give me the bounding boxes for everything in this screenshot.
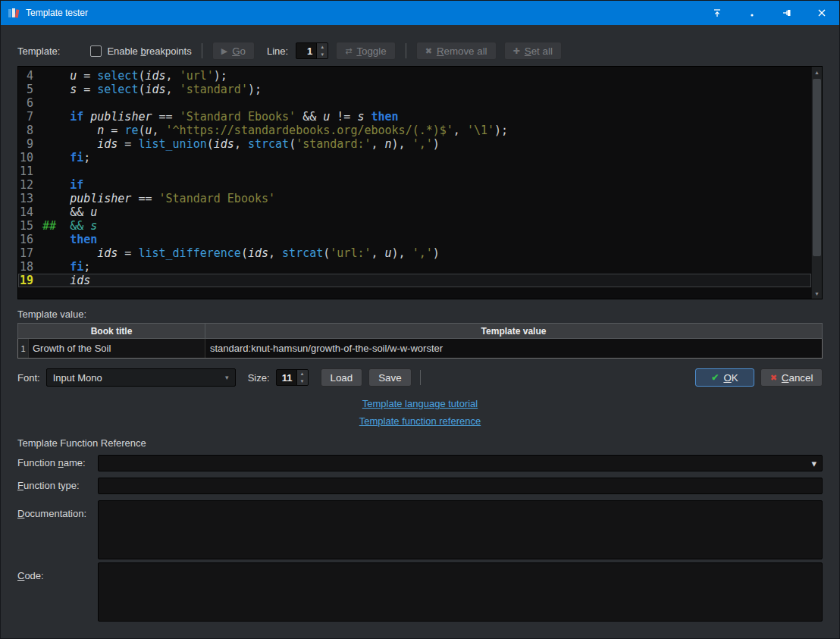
column-header-book-title[interactable]: Book title: [18, 324, 205, 338]
code-line[interactable]: 8 n = re(u, '^https://standardebooks.org…: [18, 124, 811, 137]
line-number[interactable]: 17: [18, 246, 42, 260]
template-value-cell[interactable]: standard:knut-hamsun/growth-of-the-soil/…: [205, 339, 822, 358]
code-line[interactable]: 14 && u: [18, 205, 811, 219]
toggle-button[interactable]: ⇄ Toggle: [336, 42, 396, 60]
function-name-combobox[interactable]: ▾: [98, 455, 823, 471]
code-line[interactable]: 16 then: [18, 233, 811, 246]
minimize-button[interactable]: [735, 1, 769, 25]
cancel-button[interactable]: ✖ Cancel: [760, 368, 823, 387]
line-number[interactable]: 14: [18, 205, 42, 219]
code-line[interactable]: 4 u = select(ids, 'url');: [18, 69, 811, 83]
template-tester-window: Template tester Template: [0, 0, 840, 639]
scrollbar-track[interactable]: [812, 77, 822, 288]
size-spinner[interactable]: 11 ▲ ▼: [276, 369, 309, 386]
code-line[interactable]: 11: [18, 164, 811, 178]
load-button-label: Load: [331, 372, 353, 384]
table-row[interactable]: 1 Growth of the Soil standard:knut-hamsu…: [17, 339, 823, 359]
code-line[interactable]: 10 fi;: [18, 151, 811, 164]
check-icon: ✔: [711, 372, 719, 383]
code-line[interactable]: 19 ids: [18, 274, 811, 287]
template-value-table: Book title Template value 1 Growth of th…: [17, 323, 823, 359]
play-icon: ▶: [221, 46, 227, 56]
scrollbar-thumb[interactable]: [813, 79, 821, 256]
code-line[interactable]: 17 ids = list_difference(ids, strcat('ur…: [18, 246, 811, 260]
x-icon: ✖: [770, 373, 777, 383]
toolbar-separator: [406, 43, 406, 58]
line-number[interactable]: 16: [18, 233, 42, 246]
code-line[interactable]: 15## && s: [18, 219, 811, 233]
function-type-label: Function type:: [17, 478, 98, 494]
code-text: && u: [42, 205, 97, 219]
scroll-up-icon[interactable]: ▲: [812, 67, 822, 77]
close-button[interactable]: [804, 1, 839, 25]
function-type-row: Function type:: [17, 478, 823, 494]
code-text: n = re(u, '^https://standardebooks.org/e…: [42, 124, 508, 137]
save-button[interactable]: Save: [368, 368, 411, 387]
line-number[interactable]: 13: [18, 192, 42, 205]
line-number[interactable]: 10: [18, 151, 42, 164]
shade-window-button[interactable]: [700, 1, 735, 25]
code-lines[interactable]: 4 u = select(ids, 'url');5 s = select(id…: [18, 67, 811, 299]
code-text: if: [42, 178, 83, 192]
line-number[interactable]: 9: [18, 137, 42, 151]
code-row: Code:: [17, 562, 823, 622]
cancel-button-label: Cancel: [782, 372, 813, 384]
enable-breakpoints-label: Enable breakpoints: [107, 45, 191, 57]
code-line[interactable]: 7 if publisher == 'Standard Ebooks' && u…: [18, 110, 811, 124]
line-number[interactable]: 7: [18, 110, 42, 124]
window-title: Template tester: [26, 8, 88, 18]
code-text: if publisher == 'Standard Ebooks' && u !…: [42, 110, 399, 124]
spin-down-icon[interactable]: ▼: [297, 377, 308, 385]
line-number[interactable]: 5: [18, 83, 42, 96]
code-textarea[interactable]: [98, 562, 823, 622]
line-number[interactable]: 8: [18, 124, 42, 137]
line-number[interactable]: 11: [18, 164, 42, 178]
ok-button[interactable]: ✔ OK: [695, 368, 754, 387]
titlebar: Template tester: [1, 1, 839, 25]
remove-all-button[interactable]: ✖ Remove all: [416, 42, 497, 60]
template-language-tutorial-link[interactable]: Template language tutorial: [362, 398, 478, 409]
set-all-button[interactable]: ✚ Set all: [504, 42, 562, 60]
spin-down-icon[interactable]: ▼: [317, 51, 328, 58]
line-number[interactable]: 18: [18, 260, 42, 274]
code-label: Code:: [17, 562, 98, 622]
code-line[interactable]: 12 if: [18, 178, 811, 192]
font-combobox[interactable]: Input Mono ▾: [46, 368, 236, 387]
code-line[interactable]: 18 fi;: [18, 260, 811, 274]
line-number[interactable]: 12: [18, 178, 42, 192]
spin-up-icon[interactable]: ▲: [297, 370, 308, 377]
pin-window-button[interactable]: [769, 1, 804, 25]
template-editor[interactable]: 4 u = select(ids, 'url');5 s = select(id…: [17, 66, 823, 299]
enable-breakpoints-checkbox[interactable]: Enable breakpoints: [90, 45, 191, 57]
load-button[interactable]: Load: [321, 368, 363, 387]
function-type-field[interactable]: [98, 478, 823, 494]
code-line[interactable]: 5 s = select(ids, 'standard');: [18, 83, 811, 96]
spin-up-icon[interactable]: ▲: [317, 43, 328, 51]
code-line[interactable]: 6: [18, 96, 811, 110]
code-line[interactable]: 9 ids = list_union(ids, strcat('standard…: [18, 137, 811, 151]
spinner-arrows[interactable]: ▲ ▼: [296, 370, 308, 385]
line-number[interactable]: 6: [18, 96, 42, 110]
window-buttons: [700, 1, 839, 25]
checkbox-box[interactable]: [90, 45, 102, 57]
line-number[interactable]: 19: [18, 274, 42, 287]
line-spinner[interactable]: 1 ▲ ▼: [296, 42, 328, 59]
book-title-cell[interactable]: Growth of the Soil: [29, 339, 205, 358]
line-number[interactable]: 15: [18, 219, 42, 233]
remove-all-icon: ✖: [425, 46, 432, 56]
code-text: u = select(ids, 'url');: [42, 69, 227, 83]
scroll-down-icon[interactable]: ▼: [812, 288, 822, 299]
code-text: ids: [42, 274, 90, 287]
toggle-icon: ⇄: [345, 46, 352, 56]
spinner-arrows[interactable]: ▲ ▼: [316, 43, 328, 58]
template-function-reference-link[interactable]: Template function reference: [359, 415, 481, 427]
documentation-textarea[interactable]: [98, 500, 823, 559]
editor-scrollbar[interactable]: ▲ ▼: [811, 67, 822, 299]
template-value-label: Template value:: [17, 309, 823, 320]
go-button[interactable]: ▶ Go: [212, 42, 255, 60]
function-name-row: Function name: ▾: [17, 455, 823, 471]
line-number[interactable]: 4: [18, 69, 42, 83]
save-button-label: Save: [378, 372, 401, 384]
column-header-template-value[interactable]: Template value: [205, 324, 822, 338]
code-line[interactable]: 13 publisher == 'Standard Ebooks': [18, 192, 811, 205]
